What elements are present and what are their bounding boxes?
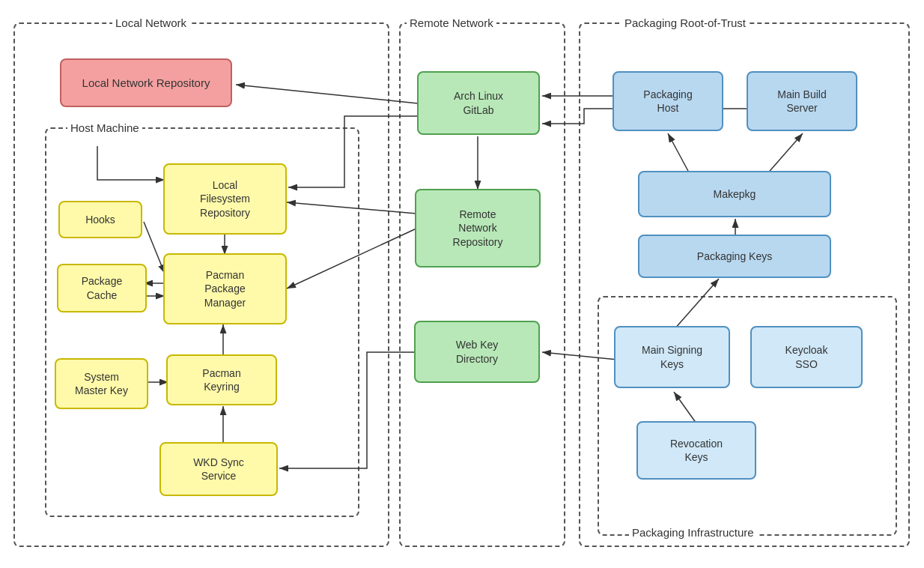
node-revocation-keys: RevocationKeys (636, 421, 756, 480)
label-packaging-root: Packaging Root-of-Trust (621, 16, 749, 29)
node-package-cache: PackageCache (57, 264, 147, 312)
node-pacman-pm: PacmanPackageManager (163, 253, 287, 324)
node-arch-linux-gitlab: Arch LinuxGitLab (417, 71, 540, 135)
node-system-master-key: SystemMaster Key (55, 358, 148, 409)
label-remote-network: Remote Network (407, 16, 496, 29)
node-keycloak-sso: KeycloakSSO (750, 326, 863, 388)
node-web-key-dir: Web KeyDirectory (414, 321, 540, 383)
label-packaging-infra: Packaging Infrastructure (629, 526, 757, 539)
node-local-fs-repo: LocalFilesystemRepository (163, 163, 287, 235)
node-wkd-sync: WKD SyncService (159, 442, 278, 496)
diagram-container: Local Network Host Machine Remote Networ… (0, 0, 924, 568)
node-pacman-keyring: PacmanKeyring (166, 354, 277, 405)
label-host-machine: Host Machine (67, 121, 142, 134)
node-local-repo: Local Network Repository (60, 58, 232, 107)
label-local-network: Local Network (112, 16, 189, 29)
node-main-signing-keys: Main SigningKeys (614, 326, 730, 388)
node-main-build-server: Main BuildServer (747, 71, 857, 131)
node-packaging-host: PackagingHost (613, 71, 723, 131)
node-makepkg: Makepkg (638, 171, 831, 217)
node-packaging-keys: Packaging Keys (638, 235, 831, 278)
node-remote-repo: RemoteNetworkRepository (415, 189, 541, 268)
node-hooks: Hooks (58, 201, 142, 238)
